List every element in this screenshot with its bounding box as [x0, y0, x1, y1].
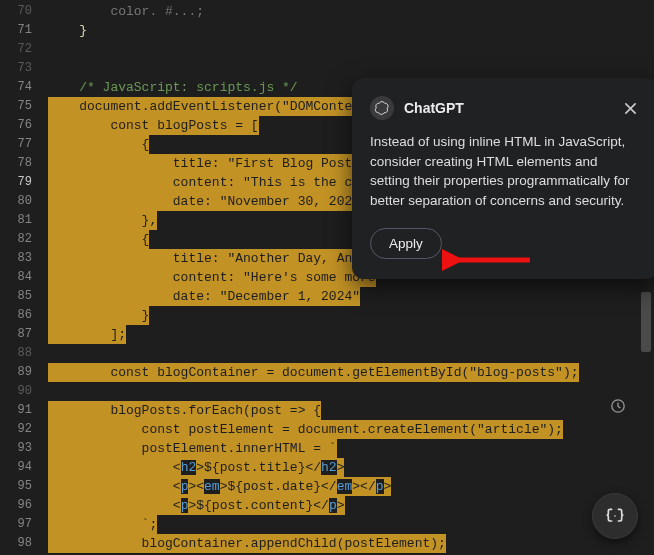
- code-line: [48, 344, 654, 363]
- code-line: [48, 382, 654, 401]
- popup-header: ChatGPT: [370, 96, 640, 120]
- line-number: 89: [0, 363, 48, 382]
- line-number: 83: [0, 249, 48, 268]
- line-number: 91: [0, 401, 48, 420]
- popup-message: Instead of using inline HTML in JavaScri…: [370, 132, 640, 210]
- line-number-gutter: 70 71 72 73 74 75 76 77 78 79 80 81 82 8…: [0, 0, 48, 555]
- popup-title: ChatGPT: [404, 100, 464, 116]
- line-number: 96: [0, 496, 48, 515]
- line-number: 85: [0, 287, 48, 306]
- code-line: ];: [48, 325, 654, 344]
- code-editor[interactable]: 70 71 72 73 74 75 76 77 78 79 80 81 82 8…: [0, 0, 654, 555]
- line-number: 70: [0, 2, 48, 21]
- code-line: [48, 59, 654, 78]
- chatgpt-logo-icon: [370, 96, 394, 120]
- svg-point-2: [614, 515, 616, 517]
- line-number: 92: [0, 420, 48, 439]
- code-line: <h2>${post.title}</h2>: [48, 458, 654, 477]
- line-number: 75: [0, 97, 48, 116]
- scrollbar-thumb[interactable]: [641, 292, 651, 352]
- code-line: postElement.innerHTML = `: [48, 439, 654, 458]
- line-number: 78: [0, 154, 48, 173]
- line-number: 77: [0, 135, 48, 154]
- chatgpt-suggestion-popup: ChatGPT Instead of using inline HTML in …: [352, 78, 654, 279]
- line-number: 82: [0, 230, 48, 249]
- inline-hint-icon[interactable]: [610, 398, 626, 414]
- line-number: 76: [0, 116, 48, 135]
- code-line: }: [48, 306, 654, 325]
- close-button[interactable]: [620, 98, 640, 118]
- apply-button[interactable]: Apply: [370, 228, 442, 259]
- code-line: blogContainer.appendChild(postElement);: [48, 534, 654, 553]
- line-number: 71: [0, 21, 48, 40]
- code-line: `;: [48, 515, 654, 534]
- assistant-fab-button[interactable]: [592, 493, 638, 539]
- line-number: 72: [0, 40, 48, 59]
- line-number: 94: [0, 458, 48, 477]
- line-number: 74: [0, 78, 48, 97]
- code-line: blogPosts.forEach(post => {: [48, 401, 654, 420]
- line-number: 95: [0, 477, 48, 496]
- line-number: 98: [0, 534, 48, 553]
- code-line: date: "December 1, 2024": [48, 287, 654, 306]
- code-line: [48, 40, 654, 59]
- line-number: 93: [0, 439, 48, 458]
- line-number: 87: [0, 325, 48, 344]
- line-number: 73: [0, 59, 48, 78]
- line-number: 86: [0, 306, 48, 325]
- line-number: 84: [0, 268, 48, 287]
- code-line: const postElement = document.createEleme…: [48, 420, 654, 439]
- code-line: const blogContainer = document.getElemen…: [48, 363, 654, 382]
- code-line: color. #...;: [48, 2, 654, 21]
- code-line: }: [48, 21, 654, 40]
- code-line: <p>${post.content}</p>: [48, 496, 654, 515]
- line-number: 90: [0, 382, 48, 401]
- line-number: 79: [0, 173, 48, 192]
- line-number: 97: [0, 515, 48, 534]
- close-icon: [624, 102, 637, 115]
- code-line: <p><em>${post.date}</em></p>: [48, 477, 654, 496]
- brackets-icon: [605, 506, 625, 526]
- line-number: 80: [0, 192, 48, 211]
- line-number: 81: [0, 211, 48, 230]
- line-number: 88: [0, 344, 48, 363]
